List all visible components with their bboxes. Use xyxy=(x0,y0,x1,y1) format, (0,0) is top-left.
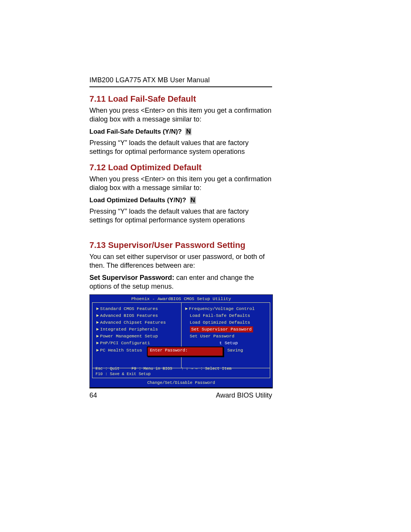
prompt-failsafe: Load Fail-Safe Defaults (Y/N)? N xyxy=(89,128,272,136)
bios-left-item: ►Integrated Peripherals xyxy=(96,326,177,332)
heading-7-11: 7.11 Load Fail-Safe Default xyxy=(89,94,272,104)
para-7-11-intro: When you press <Enter> on this item you … xyxy=(89,106,272,123)
bios-left-label: PC Health Status xyxy=(100,348,142,353)
bios-left-label: Power Management Setup xyxy=(100,334,158,339)
para-7-11-desc: Pressing “Y” loads the default values th… xyxy=(89,139,272,156)
prompt-optimized-default: N xyxy=(190,197,196,204)
page-footer: 64 Award BIOS Utility xyxy=(89,383,272,399)
bios-key-f10: F10 : Save & Exit Setup xyxy=(96,372,151,376)
bios-right-label: Set User Password xyxy=(185,333,234,339)
bios-right-item-frag: t Setup xyxy=(185,340,266,346)
bios-left-item: ►Standard CMOS Features xyxy=(96,306,177,312)
bios-left-column: ►Standard CMOS Features ►Advanced BIOS F… xyxy=(92,303,181,368)
bios-right-item-selected: Set Supervisor Password xyxy=(185,326,266,332)
bios-right-label: Frequency/Voltage Control xyxy=(189,306,255,311)
bios-key-arrows: ↑ ↓ → ← : Select Item xyxy=(181,366,231,371)
prompt-optimized-label: Load Optimized Defaults (Y/N)? xyxy=(89,197,186,204)
prompt-optimized: Load Optimized Defaults (Y/N)? N xyxy=(89,197,272,204)
bios-right-label: Load Optimized Defaults xyxy=(185,320,250,326)
bios-left-label: Integrated Peripherals xyxy=(100,327,158,332)
bios-right-label: t Setup xyxy=(185,340,238,345)
bios-left-item: ►Power Management Setup xyxy=(96,333,177,339)
triangle-icon: ► xyxy=(96,340,100,346)
running-head: IMB200 LGA775 ATX MB User Manual xyxy=(89,76,272,84)
triangle-icon: ► xyxy=(96,306,100,312)
bios-figure: Phoenix - AwardBIOS CMOS Setup Utility ►… xyxy=(89,294,273,388)
para-7-13-intro: You can set either supervisor or user pa… xyxy=(89,252,272,270)
bios-key-help: Esc : Quit F9 : Menu in BIOS F10 : Save … xyxy=(92,365,270,378)
bios-left-label: Advanced Chipset Features xyxy=(100,320,166,325)
bios-password-popup: Enter Password: xyxy=(147,347,223,356)
bios-right-item: Load Optimized Defaults xyxy=(185,320,266,326)
bios-selected-label: Set Supervisor Password xyxy=(190,326,253,332)
bios-left-item: ►PnP/PCI Configurati xyxy=(96,340,177,346)
header-rule xyxy=(89,86,272,87)
bios-frame: ►Standard CMOS Features ►Advanced BIOS F… xyxy=(92,302,270,368)
footer-section-title: Award BIOS Utility xyxy=(216,391,272,399)
triangle-icon: ► xyxy=(96,333,100,339)
para-7-12-intro: When you press <Enter> on this item you … xyxy=(89,175,272,192)
heading-7-13: 7.13 Supervisor/User Password Setting xyxy=(89,240,272,250)
triangle-icon: ► xyxy=(96,320,100,326)
bios-left-item: ►Advanced BIOS Features xyxy=(96,313,177,319)
bios-right-item: Set User Password xyxy=(185,333,266,339)
page-content: IMB200 LGA775 ATX MB User Manual 7.11 Lo… xyxy=(89,76,272,388)
para-7-13-desc: Set Supervisor Password: can enter and c… xyxy=(89,273,272,291)
bios-title: Phoenix - AwardBIOS CMOS Setup Utility xyxy=(90,295,272,303)
footer-rule xyxy=(89,387,272,388)
prompt-failsafe-default: N xyxy=(185,128,191,135)
triangle-icon: ► xyxy=(96,347,100,353)
bios-key-f9: F9 : Menu in BIOS xyxy=(132,366,172,371)
page: IMB200 LGA775 ATX MB User Manual 7.11 Lo… xyxy=(0,0,411,532)
bios-key-esc: Esc : Quit xyxy=(96,366,119,371)
set-supervisor-label: Set Supervisor Password: xyxy=(89,274,174,281)
heading-7-12: 7.12 Load Optimized Default xyxy=(89,163,272,173)
bios-right-item: Load Fail-Safe Defaults xyxy=(185,313,266,319)
para-7-12-desc: Pressing “Y” loads the default values th… xyxy=(89,207,272,224)
bios-right-label: Load Fail-Safe Defaults xyxy=(185,313,250,319)
triangle-icon: ► xyxy=(96,313,100,319)
bios-right-item: ►Frequency/Voltage Control xyxy=(185,306,266,312)
prompt-failsafe-label: Load Fail-Safe Defaults (Y/N)? xyxy=(89,128,182,135)
bios-right-column: ►Frequency/Voltage Control Load Fail-Saf… xyxy=(181,303,270,368)
bios-left-label: PnP/PCI Configurati xyxy=(100,340,150,345)
triangle-icon: ► xyxy=(96,326,100,332)
triangle-icon: ► xyxy=(185,306,189,312)
bios-left-label: Standard CMOS Features xyxy=(100,306,158,311)
page-number: 64 xyxy=(89,391,97,399)
bios-left-label: Advanced BIOS Features xyxy=(100,313,158,318)
bios-left-item: ►Advanced Chipset Features xyxy=(96,320,177,326)
